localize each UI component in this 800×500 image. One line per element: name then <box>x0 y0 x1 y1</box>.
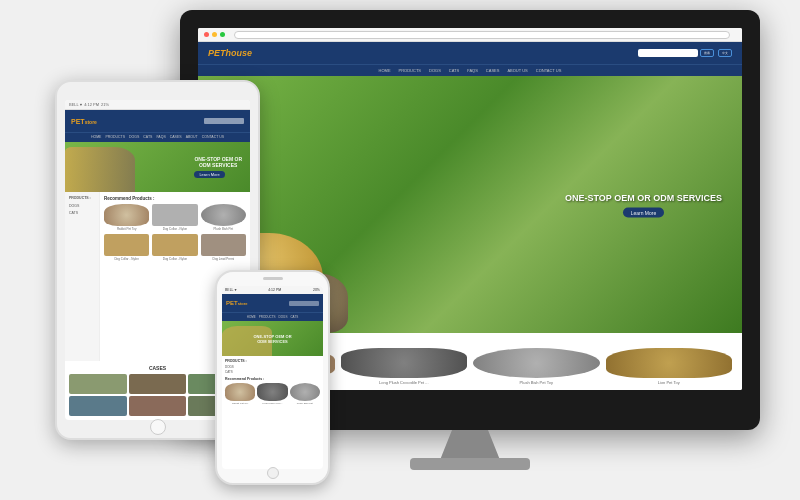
phone-product-img-3 <box>290 383 320 401</box>
phone-website: BELL ♥ 4:12 PM 20% PETstore HOME <box>222 286 323 469</box>
tablet-nav-contact[interactable]: CONTACT US <box>202 135 224 140</box>
phone-search-box[interactable] <box>289 301 319 306</box>
product-label-4: Lion Pet Toy <box>606 380 733 385</box>
product-item-3: Plush Bish Pet Toy <box>473 348 600 385</box>
phone-nav-products[interactable]: PRODUCTS <box>259 315 276 319</box>
phone-carrier: BELL ♥ <box>225 288 236 292</box>
tablet-product-1: Rabbit Pet Toy <box>104 204 149 231</box>
tablet-product-img-2 <box>152 204 197 226</box>
nav-home[interactable]: HOME <box>379 68 391 73</box>
tablet-home-button[interactable] <box>150 419 166 435</box>
nav-contact[interactable]: CONTACT US <box>536 68 562 73</box>
tablet-nav-cases[interactable]: CASES <box>170 135 182 140</box>
phone-nav-home[interactable]: HOME <box>247 315 256 319</box>
phone-site-nav: HOME PRODUCTS DOGS CATS <box>222 312 323 321</box>
phone-nav-dogs[interactable]: DOGS <box>279 315 288 319</box>
phone-products-grid: Rabbit Pet Toy Long Plush Croc... Plush … <box>225 383 320 405</box>
phone-products-title: Recommend Products : <box>225 377 320 381</box>
phone-home-button[interactable] <box>267 467 279 479</box>
phone-hero-title: ONE-STOP OEM OR <box>253 334 291 339</box>
tablet-case-2 <box>129 374 187 394</box>
search-box[interactable] <box>638 49 698 57</box>
tablet-sidebar-cats[interactable]: CATS <box>69 211 95 215</box>
tablet-case-1 <box>69 374 127 394</box>
phone-product-1: Rabbit Pet Toy <box>225 383 255 405</box>
site-logo: PEThouse <box>208 48 252 58</box>
product-item-4: Lion Pet Toy <box>606 348 733 385</box>
phone: BELL ♥ 4:12 PM 20% PETstore HOME <box>215 270 330 485</box>
tablet-sidebar: PRODUCTS : DOGS CATS <box>65 192 100 361</box>
monitor-base <box>410 458 530 470</box>
tablet-time: 4:12 PM <box>84 102 99 107</box>
nav-cats[interactable]: CATS <box>449 68 459 73</box>
tablet-product-2: Dog Collar - Nylon <box>152 204 197 231</box>
hero-learn-more-button[interactable]: Learn More <box>623 207 665 217</box>
tablet-case-4 <box>69 396 127 416</box>
tablet-nav-dogs[interactable]: DOGS <box>129 135 139 140</box>
nav-faqs[interactable]: FAQS <box>467 68 478 73</box>
phone-product-2: Long Plush Croc... <box>257 383 287 405</box>
tablet-product-label-1: Rabbit Pet Toy <box>104 227 149 231</box>
minimize-dot[interactable] <box>212 32 217 37</box>
phone-sidebar-dogs[interactable]: DOGS <box>225 365 320 369</box>
product-item-2: Long Plush Crocodile Pet ... <box>341 348 468 385</box>
tablet-products-grid: Rabbit Pet Toy Dog Collar - Nylon Plush … <box>104 204 246 261</box>
tablet-nav-faqs[interactable]: FAQS <box>156 135 165 140</box>
product-img-3 <box>473 348 600 378</box>
phone-product-img-2 <box>257 383 287 401</box>
tablet-nav-cats[interactable]: CATS <box>143 135 152 140</box>
logo-text: PET <box>208 48 226 58</box>
phone-site-header: PETstore <box>222 294 323 312</box>
tablet-product-img-1 <box>104 204 149 226</box>
phone-product-label-3: Plush Bish Pet <box>290 402 320 405</box>
phone-hero: ONE-STOP OEM OR ODM SERVICES <box>222 321 323 356</box>
tablet-site-nav: HOME PRODUCTS DOGS CATS FAQS CASES ABOUT… <box>65 132 250 142</box>
nav-about[interactable]: ABOUT US <box>507 68 527 73</box>
phone-hero-text-block: ONE-STOP OEM OR ODM SERVICES <box>253 334 291 344</box>
site-nav: HOME PRODUCTS DOGS CATS FAQS CASES ABOUT… <box>198 64 742 76</box>
url-bar[interactable] <box>234 31 730 39</box>
phone-speaker <box>263 277 283 280</box>
lang-button[interactable]: 中文 <box>718 49 732 57</box>
tablet-nav-products[interactable]: PRODUCTS <box>105 135 125 140</box>
browser-topbar <box>198 28 742 42</box>
phone-topbar: BELL ♥ 4:12 PM 20% <box>222 286 323 294</box>
tablet-product-5: Dog Collar - Nylon <box>152 234 197 261</box>
nav-products[interactable]: PRODUCTS <box>399 68 421 73</box>
hero-title: ONE-STOP OEM OR ODM SERVICES <box>565 192 722 202</box>
monitor-stand <box>440 430 500 460</box>
nav-cases[interactable]: CASES <box>486 68 500 73</box>
tablet-product-img-5 <box>152 234 197 256</box>
tablet-site-header: PETstore <box>65 110 250 132</box>
phone-logo-subtitle: store <box>238 301 248 306</box>
tablet-product-img-6 <box>201 234 246 256</box>
maximize-dot[interactable] <box>220 32 225 37</box>
product-label-2: Long Plush Crocodile Pet ... <box>341 380 468 385</box>
phone-product-label-2: Long Plush Croc... <box>257 402 287 405</box>
tablet-sidebar-dogs[interactable]: DOGS <box>69 204 95 208</box>
tablet-search-box[interactable] <box>204 118 244 124</box>
close-dot[interactable] <box>204 32 209 37</box>
tablet-topbar: BELL ♥ 4:12 PM 21% <box>65 100 250 110</box>
phone-nav-cats[interactable]: CATS <box>290 315 298 319</box>
phone-main: PRODUCTS : DOGS CATS Recommend Products … <box>222 356 323 469</box>
tablet-nav-home[interactable]: HOME <box>91 135 102 140</box>
tablet-hero: ONE-STOP OEM OR ODM SERVICES Learn More <box>65 142 250 192</box>
phone-logo-text: PET <box>226 300 238 306</box>
tablet-product-label-6: Dog Lead Premi <box>201 257 246 261</box>
tablet-nav-about[interactable]: ABOUT <box>186 135 198 140</box>
product-img-2 <box>341 348 468 378</box>
site-header: PEThouse 搜索 中文 <box>198 42 742 64</box>
phone-frame: BELL ♥ 4:12 PM 20% PETstore HOME <box>215 270 330 485</box>
phone-sidebar-cats[interactable]: CATS <box>225 370 320 374</box>
tablet-hero-btn[interactable]: Learn More <box>194 171 224 178</box>
product-img-4 <box>606 348 733 378</box>
tablet-product-img-3 <box>201 204 246 226</box>
tablet-product-4: Dog Collar - Nylon <box>104 234 149 261</box>
nav-dogs[interactable]: DOGS <box>429 68 441 73</box>
tablet-product-label-3: Plush Bish Pet <box>201 227 246 231</box>
search-button[interactable]: 搜索 <box>700 49 714 57</box>
tablet-case-5 <box>129 396 187 416</box>
phone-battery: 20% <box>313 288 320 292</box>
tablet-hero-title2: ODM SERVICES <box>194 162 242 168</box>
